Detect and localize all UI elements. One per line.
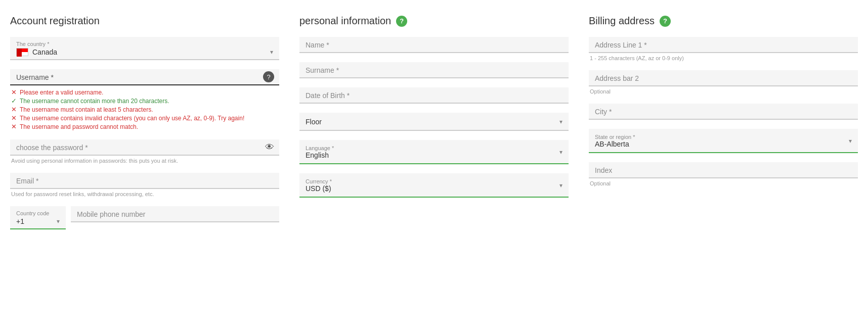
dob-label: Date of Birth * (306, 91, 350, 100)
personal-information-section: personal information ? Name * Surname * … (299, 15, 569, 229)
language-select[interactable]: Language * English ▾ (299, 140, 569, 164)
error-icon: ✕ (11, 123, 17, 130)
error-icon: ✕ (11, 106, 17, 113)
currency-field-group: Currency * USD ($) ▾ (299, 173, 569, 198)
account-registration-section: Account registration The country * Canad… (10, 15, 279, 229)
state-chevron-icon: ▾ (849, 137, 852, 145)
language-chevron-icon: ▾ (559, 149, 562, 156)
address1-field[interactable]: Address Line 1 * (589, 37, 858, 53)
email-field-group: Email * Used for password reset links, w… (10, 173, 279, 197)
validation-item: ✓ The username cannot contain more than … (11, 97, 278, 105)
personal-info-title: personal information (299, 15, 391, 27)
canada-flag-icon (16, 48, 28, 56)
billing-title: Billing address (589, 15, 655, 27)
password-hint: Avoid using personal information in pass… (10, 158, 279, 164)
validation-text: Please enter a valid username. (20, 89, 103, 96)
index-label: Index (595, 166, 612, 174)
country-label: The country * (16, 41, 273, 47)
validation-text: The username contains invalid characters… (20, 115, 244, 122)
dob-field[interactable]: Date of Birth * (299, 87, 569, 104)
phone-row: Country code +1 ▾ Mobile phone number (10, 206, 279, 229)
email-field[interactable]: Email * (10, 173, 279, 189)
address2-hint: Optional (589, 88, 858, 94)
error-icon: ✕ (11, 88, 17, 96)
state-value: AB-Alberta (595, 140, 635, 148)
email-label: Email * (16, 177, 38, 185)
language-label: Language * (306, 145, 334, 151)
address1-label: Address Line 1 * (595, 41, 647, 49)
validation-item: ✕ The username and password cannot match… (11, 123, 278, 130)
validation-item: ✕ The username must contain at least 5 c… (11, 106, 278, 113)
password-field[interactable]: choose the password * 👁 (10, 139, 279, 156)
city-label: City * (595, 108, 612, 116)
state-select[interactable]: State or region * AB-Alberta ▾ (589, 129, 858, 153)
country-code-chevron-icon: ▾ (57, 218, 60, 225)
floor-value: Floor (306, 118, 322, 126)
password-field-group: choose the password * 👁 Avoid using pers… (10, 139, 279, 164)
city-field[interactable]: City * (589, 104, 858, 120)
currency-chevron-icon: ▾ (559, 182, 562, 189)
password-label: choose the password * (16, 144, 88, 152)
username-field-group: Username * ? ✕ Please enter a valid user… (10, 69, 279, 130)
billing-header: Billing address ? (589, 15, 858, 27)
address2-field-group: Address bar 2 Optional (589, 70, 858, 94)
country-value: Canada (32, 48, 57, 56)
country-code-select[interactable]: +1 ▾ (16, 217, 60, 225)
email-hint: Used for password reset links, withdrawa… (10, 191, 279, 197)
country-code-label: Country code (16, 210, 60, 216)
name-label: Name * (306, 41, 329, 49)
state-field-group: State or region * AB-Alberta ▾ (589, 129, 858, 153)
index-field[interactable]: Index (589, 162, 858, 178)
username-label: Username * (16, 73, 54, 81)
name-field-group: Name * (299, 37, 569, 53)
address2-label: Address bar 2 (595, 74, 639, 82)
mobile-phone-label: Mobile phone number (77, 210, 145, 218)
mobile-phone-field[interactable]: Mobile phone number (71, 206, 279, 222)
validation-list: ✕ Please enter a valid username. ✓ The u… (10, 88, 279, 130)
dob-field-group: Date of Birth * (299, 87, 569, 104)
success-icon: ✓ (11, 97, 17, 105)
address1-field-group: Address Line 1 * 1 - 255 characters (AZ,… (589, 37, 858, 61)
country-code-field-group: Country code +1 ▾ (10, 206, 66, 229)
name-field[interactable]: Name * (299, 37, 569, 53)
validation-text: The username must contain at least 5 cha… (20, 106, 153, 113)
validation-text: The username cannot contain more than 20… (20, 98, 169, 105)
address2-field[interactable]: Address bar 2 (589, 70, 858, 86)
country-code-field[interactable]: Country code +1 ▾ (10, 206, 66, 229)
currency-select[interactable]: Currency * USD ($) ▾ (299, 173, 569, 198)
currency-label: Currency * (306, 178, 332, 184)
floor-field-group: Floor ▾ (299, 113, 569, 131)
language-value: English (306, 151, 334, 159)
index-field-group: Index Optional (589, 162, 858, 186)
currency-value: USD ($) (306, 184, 332, 193)
validation-text: The username and password cannot match. (20, 123, 138, 130)
eye-icon[interactable]: 👁 (265, 142, 274, 153)
language-field-group: Language * English ▾ (299, 140, 569, 164)
country-select[interactable]: Canada ▾ (16, 48, 273, 56)
surname-field-group: Surname * (299, 62, 569, 78)
validation-item: ✕ The username contains invalid characte… (11, 114, 278, 122)
country-field-group: The country * Canada ▾ (10, 37, 279, 60)
billing-help-icon[interactable]: ? (660, 16, 671, 27)
personal-info-header: personal information ? (299, 15, 569, 27)
validation-item: ✕ Please enter a valid username. (11, 88, 278, 96)
username-field[interactable]: Username * ? (10, 69, 279, 85)
mobile-phone-field-group: Mobile phone number (71, 206, 279, 229)
country-chevron-icon: ▾ (270, 49, 273, 56)
address1-hint: 1 - 255 characters (AZ, az or 0-9 only) (589, 55, 858, 61)
city-field-group: City * (589, 104, 858, 120)
floor-chevron-icon: ▾ (559, 118, 562, 125)
index-hint: Optional (589, 180, 858, 186)
surname-label: Surname * (306, 66, 339, 74)
country-code-value: +1 (16, 217, 24, 225)
error-icon: ✕ (11, 114, 17, 122)
personal-info-help-icon[interactable]: ? (396, 16, 407, 27)
floor-select[interactable]: Floor ▾ (299, 113, 569, 131)
username-help-icon[interactable]: ? (263, 71, 274, 82)
state-label: State or region * (595, 134, 635, 140)
country-field[interactable]: The country * Canada ▾ (10, 37, 279, 60)
surname-field[interactable]: Surname * (299, 62, 569, 78)
billing-address-section: Billing address ? Address Line 1 * 1 - 2… (589, 15, 858, 229)
account-registration-title: Account registration (10, 15, 279, 27)
